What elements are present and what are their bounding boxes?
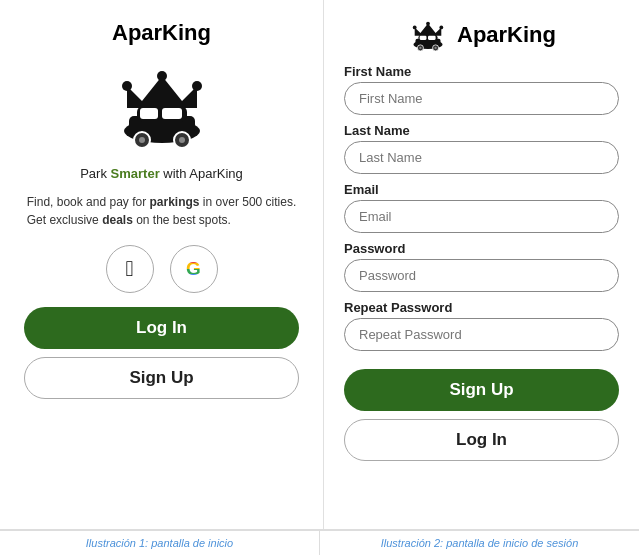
password-input[interactable] [344, 259, 619, 292]
google-icon: G [186, 258, 201, 280]
first-name-input[interactable] [344, 82, 619, 115]
apple-signin-button[interactable]:  [106, 245, 154, 293]
tagline-smarter: Smarter [111, 166, 160, 181]
tagline-post: with AparKing [160, 166, 243, 181]
signup-main-button[interactable]: Sign Up [344, 369, 619, 411]
crown-car-icon [107, 56, 217, 156]
repeat-password-input[interactable] [344, 318, 619, 351]
right-login-button[interactable]: Log In [344, 419, 619, 461]
last-name-label: Last Name [344, 123, 619, 138]
svg-point-25 [434, 47, 436, 49]
password-label: Password [344, 241, 619, 256]
left-title: AparKing [112, 20, 211, 46]
repeat-password-group: Repeat Password [344, 300, 619, 351]
svg-point-3 [192, 81, 202, 91]
last-name-group: Last Name [344, 123, 619, 174]
svg-point-2 [157, 71, 167, 81]
last-name-input[interactable] [344, 141, 619, 174]
tagline: Park Smarter with AparKing [80, 166, 243, 181]
social-buttons:  G [106, 245, 218, 293]
email-input[interactable] [344, 200, 619, 233]
captions: Ilustración 1: pantalla de inicio Ilustr… [0, 530, 639, 555]
left-caption: Ilustración 1: pantalla de inicio [0, 531, 320, 555]
svg-point-1 [122, 81, 132, 91]
svg-point-11 [139, 137, 145, 143]
left-logo [107, 56, 217, 156]
svg-point-15 [426, 22, 430, 26]
desc-line2: in over 500 cities. [200, 195, 297, 209]
svg-rect-20 [420, 36, 427, 40]
right-logo-icon [407, 16, 449, 54]
right-title: AparKing [457, 22, 556, 48]
signup-button[interactable]: Sign Up [24, 357, 299, 399]
email-label: Email [344, 182, 619, 197]
google-signin-button[interactable]: G [170, 245, 218, 293]
svg-rect-7 [140, 108, 158, 119]
description: Find, book and pay for parkings in over … [27, 193, 297, 229]
svg-rect-8 [162, 108, 182, 119]
desc-line4: on the best spots. [133, 213, 231, 227]
repeat-password-label: Repeat Password [344, 300, 619, 315]
right-caption: Ilustración 2: pantalla de inicio de ses… [320, 531, 639, 555]
right-logo-row: AparKing [407, 16, 556, 54]
apple-icon:  [125, 256, 133, 282]
right-screen: AparKing First Name Last Name Email Pass… [324, 0, 639, 529]
email-group: Email [344, 182, 619, 233]
svg-point-16 [439, 26, 443, 30]
svg-rect-21 [428, 36, 436, 40]
desc-bold1: parkings [150, 195, 200, 209]
first-name-label: First Name [344, 64, 619, 79]
desc-pre: Find, book and pay for [27, 195, 146, 209]
svg-point-24 [419, 47, 421, 49]
password-group: Password [344, 241, 619, 292]
desc-line3: Get exclusive [27, 213, 102, 227]
svg-point-12 [179, 137, 185, 143]
desc-bold2: deals [102, 213, 133, 227]
left-screen: AparKing [0, 0, 324, 529]
svg-point-14 [413, 26, 417, 30]
tagline-pre: Park [80, 166, 110, 181]
first-name-group: First Name [344, 64, 619, 115]
login-button[interactable]: Log In [24, 307, 299, 349]
